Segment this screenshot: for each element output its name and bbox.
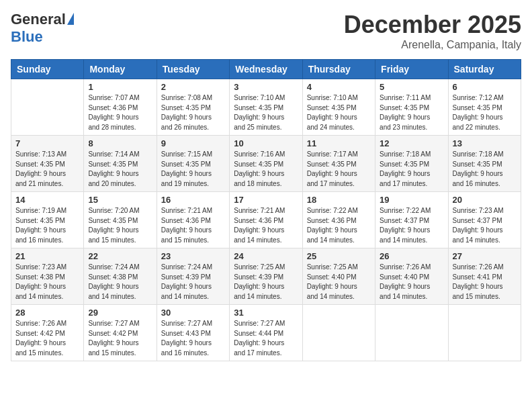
- calendar-week-row: 21Sunrise: 7:23 AM Sunset: 4:38 PM Dayli…: [11, 248, 521, 305]
- day-info: Sunrise: 7:21 AM Sunset: 4:36 PM Dayligh…: [161, 206, 225, 245]
- calendar-cell: 15Sunrise: 7:20 AM Sunset: 4:35 PM Dayli…: [84, 192, 157, 248]
- weekday-header-row: SundayMondayTuesdayWednesdayThursdayFrid…: [11, 60, 521, 79]
- weekday-header-wednesday: Wednesday: [230, 60, 302, 79]
- day-number: 10: [234, 138, 298, 148]
- day-number: 11: [307, 138, 371, 148]
- day-number: 9: [161, 138, 225, 148]
- day-info: Sunrise: 7:21 AM Sunset: 4:36 PM Dayligh…: [234, 206, 298, 245]
- page-header: General Blue December 2025 Arenella, Cam…: [11, 11, 521, 51]
- day-info: Sunrise: 7:25 AM Sunset: 4:40 PM Dayligh…: [307, 263, 371, 302]
- day-info: Sunrise: 7:20 AM Sunset: 4:35 PM Dayligh…: [88, 206, 152, 245]
- calendar-cell: 18Sunrise: 7:22 AM Sunset: 4:36 PM Dayli…: [302, 192, 375, 248]
- calendar-cell: 27Sunrise: 7:26 AM Sunset: 4:41 PM Dayli…: [448, 248, 521, 305]
- calendar-cell: 28Sunrise: 7:26 AM Sunset: 4:42 PM Dayli…: [11, 305, 84, 361]
- calendar-week-row: 14Sunrise: 7:19 AM Sunset: 4:35 PM Dayli…: [11, 192, 521, 248]
- day-number: 30: [161, 308, 225, 318]
- weekday-header-tuesday: Tuesday: [157, 60, 229, 79]
- day-info: Sunrise: 7:12 AM Sunset: 4:35 PM Dayligh…: [453, 93, 517, 132]
- day-number: 31: [234, 308, 298, 318]
- day-number: 27: [453, 251, 517, 261]
- day-number: 18: [307, 195, 371, 205]
- day-info: Sunrise: 7:22 AM Sunset: 4:36 PM Dayligh…: [307, 206, 371, 245]
- calendar-cell: 2Sunrise: 7:08 AM Sunset: 4:35 PM Daylig…: [157, 79, 229, 136]
- calendar-cell: 9Sunrise: 7:15 AM Sunset: 4:35 PM Daylig…: [157, 136, 229, 192]
- day-info: Sunrise: 7:23 AM Sunset: 4:37 PM Dayligh…: [453, 206, 517, 245]
- calendar-table: SundayMondayTuesdayWednesdayThursdayFrid…: [11, 59, 521, 361]
- calendar-cell: 22Sunrise: 7:24 AM Sunset: 4:38 PM Dayli…: [84, 248, 157, 305]
- calendar-cell: 12Sunrise: 7:18 AM Sunset: 4:35 PM Dayli…: [375, 136, 448, 192]
- day-number: 3: [234, 82, 298, 92]
- calendar-cell: 8Sunrise: 7:14 AM Sunset: 4:35 PM Daylig…: [84, 136, 157, 192]
- calendar-cell: [302, 305, 375, 361]
- calendar-cell: 17Sunrise: 7:21 AM Sunset: 4:36 PM Dayli…: [230, 192, 302, 248]
- day-info: Sunrise: 7:24 AM Sunset: 4:39 PM Dayligh…: [161, 263, 225, 302]
- day-info: Sunrise: 7:08 AM Sunset: 4:35 PM Dayligh…: [161, 93, 225, 132]
- logo-general: General: [11, 11, 66, 28]
- day-number: 23: [161, 251, 225, 261]
- weekday-header-saturday: Saturday: [448, 60, 521, 79]
- calendar-week-row: 1Sunrise: 7:07 AM Sunset: 4:36 PM Daylig…: [11, 79, 521, 136]
- calendar-cell: 21Sunrise: 7:23 AM Sunset: 4:38 PM Dayli…: [11, 248, 84, 305]
- location: Arenella, Campania, Italy: [344, 39, 521, 51]
- day-number: 26: [380, 251, 443, 261]
- logo-blue: Blue: [11, 28, 43, 46]
- day-number: 29: [88, 308, 152, 318]
- day-number: 6: [453, 82, 517, 92]
- day-number: 1: [88, 82, 152, 92]
- day-info: Sunrise: 7:10 AM Sunset: 4:35 PM Dayligh…: [234, 93, 298, 132]
- day-number: 17: [234, 195, 298, 205]
- day-number: 8: [88, 138, 152, 148]
- day-number: 12: [380, 138, 443, 148]
- day-number: 20: [453, 195, 517, 205]
- calendar-cell: 5Sunrise: 7:11 AM Sunset: 4:35 PM Daylig…: [375, 79, 448, 136]
- title-block: December 2025 Arenella, Campania, Italy: [344, 11, 521, 51]
- day-number: 25: [307, 251, 371, 261]
- day-info: Sunrise: 7:23 AM Sunset: 4:38 PM Dayligh…: [15, 263, 79, 302]
- day-info: Sunrise: 7:22 AM Sunset: 4:37 PM Dayligh…: [380, 206, 443, 245]
- month-title: December 2025: [344, 11, 521, 39]
- calendar-cell: 25Sunrise: 7:25 AM Sunset: 4:40 PM Dayli…: [302, 248, 375, 305]
- day-info: Sunrise: 7:18 AM Sunset: 4:35 PM Dayligh…: [380, 150, 443, 189]
- day-info: Sunrise: 7:26 AM Sunset: 4:41 PM Dayligh…: [453, 263, 517, 302]
- day-number: 14: [15, 195, 79, 205]
- day-number: 2: [161, 82, 225, 92]
- day-info: Sunrise: 7:27 AM Sunset: 4:44 PM Dayligh…: [234, 319, 298, 358]
- calendar-cell: 23Sunrise: 7:24 AM Sunset: 4:39 PM Dayli…: [157, 248, 229, 305]
- calendar-week-row: 28Sunrise: 7:26 AM Sunset: 4:42 PM Dayli…: [11, 305, 521, 361]
- logo-triangle-icon: [67, 13, 74, 25]
- calendar-cell: 29Sunrise: 7:27 AM Sunset: 4:42 PM Dayli…: [84, 305, 157, 361]
- calendar-cell: 3Sunrise: 7:10 AM Sunset: 4:35 PM Daylig…: [230, 79, 302, 136]
- day-number: 15: [88, 195, 152, 205]
- day-info: Sunrise: 7:11 AM Sunset: 4:35 PM Dayligh…: [380, 93, 443, 132]
- calendar-cell: 10Sunrise: 7:16 AM Sunset: 4:35 PM Dayli…: [230, 136, 302, 192]
- calendar-cell: 4Sunrise: 7:10 AM Sunset: 4:35 PM Daylig…: [302, 79, 375, 136]
- day-info: Sunrise: 7:16 AM Sunset: 4:35 PM Dayligh…: [234, 150, 298, 189]
- calendar-cell: 24Sunrise: 7:25 AM Sunset: 4:39 PM Dayli…: [230, 248, 302, 305]
- day-info: Sunrise: 7:27 AM Sunset: 4:42 PM Dayligh…: [88, 319, 152, 358]
- calendar-cell: 31Sunrise: 7:27 AM Sunset: 4:44 PM Dayli…: [230, 305, 302, 361]
- day-number: 21: [15, 251, 79, 261]
- day-info: Sunrise: 7:19 AM Sunset: 4:35 PM Dayligh…: [15, 206, 79, 245]
- day-info: Sunrise: 7:26 AM Sunset: 4:40 PM Dayligh…: [380, 263, 443, 302]
- logo: General Blue: [11, 11, 74, 46]
- calendar-cell: 20Sunrise: 7:23 AM Sunset: 4:37 PM Dayli…: [448, 192, 521, 248]
- day-info: Sunrise: 7:17 AM Sunset: 4:35 PM Dayligh…: [307, 150, 371, 189]
- calendar-cell: 6Sunrise: 7:12 AM Sunset: 4:35 PM Daylig…: [448, 79, 521, 136]
- calendar-cell: 30Sunrise: 7:27 AM Sunset: 4:43 PM Dayli…: [157, 305, 229, 361]
- calendar-cell: 1Sunrise: 7:07 AM Sunset: 4:36 PM Daylig…: [84, 79, 157, 136]
- day-number: 22: [88, 251, 152, 261]
- day-number: 13: [453, 138, 517, 148]
- calendar-cell: 16Sunrise: 7:21 AM Sunset: 4:36 PM Dayli…: [157, 192, 229, 248]
- calendar-week-row: 7Sunrise: 7:13 AM Sunset: 4:35 PM Daylig…: [11, 136, 521, 192]
- day-info: Sunrise: 7:07 AM Sunset: 4:36 PM Dayligh…: [88, 93, 152, 132]
- day-info: Sunrise: 7:10 AM Sunset: 4:35 PM Dayligh…: [307, 93, 371, 132]
- weekday-header-monday: Monday: [84, 60, 157, 79]
- day-info: Sunrise: 7:13 AM Sunset: 4:35 PM Dayligh…: [15, 150, 79, 189]
- day-info: Sunrise: 7:25 AM Sunset: 4:39 PM Dayligh…: [234, 263, 298, 302]
- day-number: 19: [380, 195, 443, 205]
- day-info: Sunrise: 7:18 AM Sunset: 4:35 PM Dayligh…: [453, 150, 517, 189]
- day-info: Sunrise: 7:14 AM Sunset: 4:35 PM Dayligh…: [88, 150, 152, 189]
- calendar-cell: [448, 305, 521, 361]
- day-number: 5: [380, 82, 443, 92]
- calendar-cell: 19Sunrise: 7:22 AM Sunset: 4:37 PM Dayli…: [375, 192, 448, 248]
